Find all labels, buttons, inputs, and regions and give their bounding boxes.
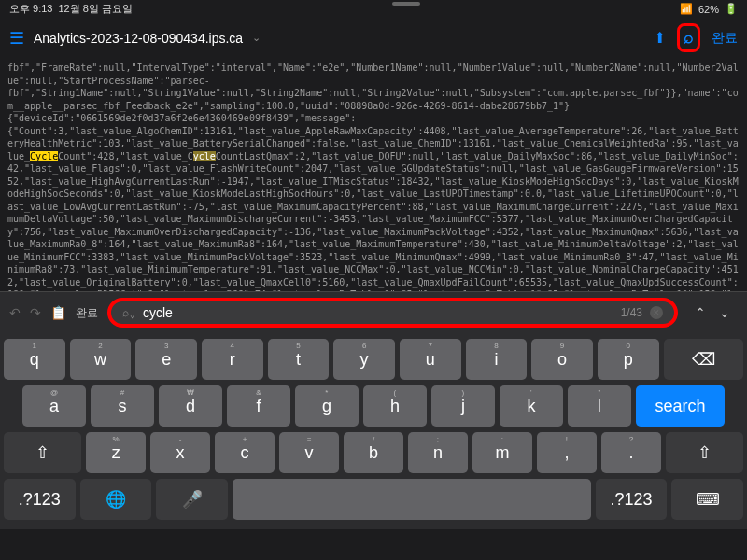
clear-icon[interactable]: ✕ [650,306,663,319]
done-button[interactable]: 완료 [712,30,738,47]
key-k[interactable]: 'k [500,385,563,427]
match-highlight-dim: ycle [193,151,216,161]
key-y[interactable]: 6y [333,339,395,380]
key-space[interactable] [233,479,591,520]
key-search[interactable]: search [636,385,725,427]
date: 12월 8일 금요일 [58,2,132,16]
key-num-r[interactable]: .?123 [596,479,668,520]
next-match[interactable]: ⌄ [719,305,730,320]
key-a[interactable]: @a [22,385,86,427]
key-num[interactable]: .?123 [4,479,76,520]
undo-icon[interactable]: ↶ [9,305,21,320]
log-content[interactable]: fbf","FrameRate":null,"IntervalType":"in… [0,58,747,291]
search-done[interactable]: 완료 [76,305,98,321]
key-s[interactable]: #s [91,385,154,427]
key-hide-kb[interactable]: ⌨ [671,479,743,520]
search-toggle[interactable]: ⌕ [677,23,700,52]
search-icon: ⌕ [684,28,694,47]
filename[interactable]: Analytics-2023-12-08-090434.ips.ca [34,31,243,46]
key-m[interactable]: :m [472,432,532,473]
key-t[interactable]: 5t [268,339,330,380]
battery-icon: 🔋 [725,3,738,15]
key-v[interactable]: =v [279,432,339,473]
time: 오후 9:13 [9,2,52,16]
key-shift[interactable]: ⇧ [4,432,81,473]
home-pill [392,2,420,6]
key-mic[interactable]: 🎤 [156,479,228,520]
key-g[interactable]: *g [295,385,359,427]
key-c[interactable]: +c [215,432,275,473]
key-r[interactable]: 4r [202,339,263,380]
share-icon[interactable]: ⬆ [654,29,666,47]
key-x[interactable]: -x [150,432,210,473]
key-h[interactable]: (h [363,385,427,427]
key-n[interactable]: ;n [408,432,468,473]
wifi-icon: 📶 [680,3,693,15]
key-p[interactable]: 0p [598,339,659,380]
key-b[interactable]: /b [344,432,403,473]
key-j[interactable]: )j [431,385,495,427]
key-l[interactable]: "l [568,385,631,427]
key-q[interactable]: 1q [4,339,65,380]
keyboard: 1q2w3e4r5t6y7u8i9o0p⌫ @a#s₩d&f*g(h)j'k"l… [0,333,747,529]
chevron-down-icon[interactable]: ⌄ [252,32,261,44]
clipboard-icon[interactable]: 📋 [50,305,66,320]
key-o[interactable]: 9o [531,339,593,380]
search-field[interactable]: ⌕⌄ 1/43 ✕ [107,298,678,328]
key-backspace[interactable]: ⌫ [664,339,743,380]
key-f[interactable]: &f [227,385,290,427]
key-,[interactable]: !, [537,432,597,473]
key-d[interactable]: ₩d [159,385,222,427]
key-shift-r[interactable]: ⇧ [666,432,743,473]
battery-pct: 62% [698,4,719,15]
key-i[interactable]: 8i [466,339,528,380]
key-u[interactable]: 7u [400,339,461,380]
search-input[interactable] [143,305,613,320]
key-.[interactable]: ?. [601,432,661,473]
match-count: 1/43 [621,306,642,319]
key-w[interactable]: 2w [70,339,132,380]
key-z[interactable]: %z [86,432,146,473]
key-globe[interactable]: 🌐 [80,479,152,520]
match-highlight: Cycle [30,151,58,161]
menu-icon[interactable]: ☰ [9,28,24,49]
prev-match[interactable]: ⌃ [695,305,706,320]
key-e[interactable]: 3e [135,339,197,380]
redo-icon[interactable]: ↷ [30,305,41,320]
search-icon-small: ⌕⌄ [122,306,135,319]
